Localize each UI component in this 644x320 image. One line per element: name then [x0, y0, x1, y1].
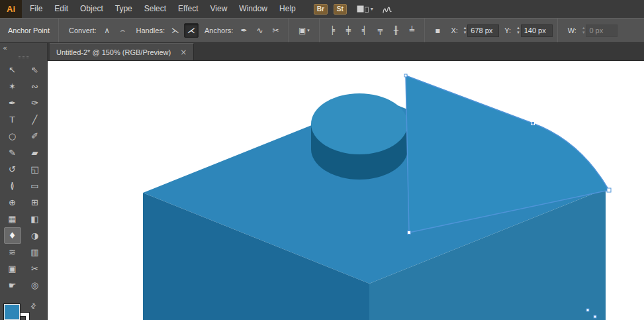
- bridge-button[interactable]: Br: [314, 4, 328, 15]
- pencil-tool[interactable]: ✎: [4, 144, 21, 161]
- handles-label: Handles:: [136, 27, 165, 34]
- cylinder-top[interactable]: [311, 93, 408, 154]
- x-stepper[interactable]: ▴ ▾: [464, 26, 467, 35]
- ellipse-tool[interactable]: ○: [4, 128, 21, 144]
- convert-label: Convert:: [69, 27, 97, 34]
- eraser-tool[interactable]: ▰: [26, 144, 44, 161]
- anchor-point[interactable]: [531, 122, 535, 125]
- zoom-tool[interactable]: ◎: [26, 277, 44, 293]
- fill-stroke-swatches: ⇄: [3, 301, 45, 320]
- document-tab-bar: Untitled-2* @ 150% (RGB/Preview) ×: [48, 43, 644, 61]
- close-icon[interactable]: ×: [180, 48, 187, 57]
- hide-handles-icon[interactable]: ⋌: [184, 23, 199, 38]
- slice-tool[interactable]: ✂: [26, 260, 44, 277]
- menu-type[interactable]: Type: [109, 0, 138, 18]
- menu-select[interactable]: Select: [138, 0, 172, 18]
- anchor-point[interactable]: [607, 188, 611, 192]
- touch-workspace-button[interactable]: [382, 4, 392, 15]
- stock-button[interactable]: St: [334, 4, 347, 15]
- touch-gesture-icon: [382, 4, 392, 15]
- vertical-align-top-icon[interactable]: ╤: [373, 23, 387, 38]
- isolate-selected-object-button[interactable]: ▣ ▾: [294, 23, 314, 38]
- scale-tool[interactable]: ◱: [26, 161, 44, 178]
- swap-fill-stroke-icon[interactable]: ⇄: [28, 301, 38, 311]
- show-handles-icon[interactable]: ⋋: [168, 23, 183, 38]
- shape-builder-tool[interactable]: ⊕: [4, 194, 21, 211]
- horizontal-align-right-icon[interactable]: ╡: [357, 23, 371, 38]
- spinner-down-icon: ▾: [517, 30, 520, 35]
- column-graph-tool[interactable]: ▥: [26, 244, 44, 260]
- pen-tool[interactable]: ✒: [4, 95, 21, 111]
- line-segment-tool[interactable]: ╱: [26, 111, 44, 128]
- separator: [288, 19, 289, 42]
- horizontal-align-left-icon[interactable]: ╞: [325, 23, 340, 38]
- tools-panel-header: «: [0, 43, 47, 54]
- menu-effect[interactable]: Effect: [172, 0, 204, 18]
- menu-window[interactable]: Window: [233, 0, 273, 18]
- w-value-input: [586, 25, 618, 37]
- workspace-switcher-button[interactable]: ▾: [357, 5, 373, 13]
- curvature-tool[interactable]: ✑: [26, 95, 44, 111]
- tools-panel: « ↖⇖✶∾✒✑T╱○✐✎▰↺◱≬▭⊕⊞▦◧♦◑≋▥▣✂☛◎ ⇄: [0, 43, 48, 320]
- menu-view[interactable]: View: [205, 0, 234, 18]
- connect-selected-endpoints-icon[interactable]: ∿: [252, 23, 267, 38]
- artboard-canvas[interactable]: [48, 61, 644, 320]
- horizontal-align-center-icon[interactable]: ╪: [341, 23, 355, 38]
- cut-path-at-anchors-icon[interactable]: ✂: [268, 23, 283, 38]
- blend-tool[interactable]: ◑: [26, 227, 44, 244]
- selection-tool[interactable]: ↖: [4, 62, 21, 78]
- menu-object[interactable]: Object: [74, 0, 109, 18]
- menu-edit[interactable]: Edit: [48, 0, 74, 18]
- spinner-down-icon: ▾: [582, 30, 585, 35]
- anchors-label: Anchors:: [205, 27, 233, 34]
- separator: [319, 19, 320, 42]
- perspective-grid-tool[interactable]: ⊞: [26, 194, 44, 211]
- fill-swatch[interactable]: [4, 304, 20, 320]
- symbol-sprayer-tool[interactable]: ≋: [4, 244, 21, 260]
- lasso-tool[interactable]: ∾: [26, 78, 44, 95]
- mesh-tool[interactable]: ▦: [4, 211, 21, 227]
- vertical-align-center-icon[interactable]: ╫: [389, 23, 403, 38]
- control-bar: Anchor Point Convert: ∧⌢ Handles: ⋋⋌ Anc…: [0, 18, 644, 43]
- x-value-input[interactable]: [467, 25, 499, 37]
- document-tab-title: Untitled-2* @ 150% (RGB/Preview): [56, 48, 171, 56]
- anchor-point[interactable]: [594, 315, 596, 318]
- separator: [58, 19, 59, 42]
- panel-title: Anchor Point: [8, 27, 50, 34]
- illustrator-logo[interactable]: Ai: [0, 0, 22, 18]
- anchor-point[interactable]: [586, 309, 589, 311]
- document-tab[interactable]: Untitled-2* @ 150% (RGB/Preview) ×: [50, 43, 194, 60]
- paintbrush-tool[interactable]: ✐: [26, 128, 44, 144]
- convert-icons: ∧⌢: [99, 23, 131, 38]
- free-transform-tool[interactable]: ▭: [26, 178, 44, 194]
- y-stepper[interactable]: ▴ ▾: [517, 26, 520, 35]
- convert-to-corner-icon[interactable]: ∧: [100, 23, 115, 38]
- anchor-point[interactable]: [408, 231, 411, 235]
- artboard-tool[interactable]: ▣: [4, 260, 21, 277]
- gradient-tool[interactable]: ◧: [26, 211, 44, 227]
- type-tool[interactable]: T: [4, 111, 21, 128]
- tools-grid: ↖⇖✶∾✒✑T╱○✐✎▰↺◱≬▭⊕⊞▦◧♦◑≋▥▣✂☛◎: [0, 62, 47, 293]
- app-buttons: BrSt: [314, 4, 347, 15]
- w-label: W:: [568, 27, 576, 34]
- eyedropper-tool[interactable]: ♦: [4, 227, 21, 244]
- convert-to-smooth-icon[interactable]: ⌢: [116, 23, 130, 38]
- anchor-point[interactable]: [404, 74, 407, 77]
- artwork: [48, 61, 644, 320]
- separator: [557, 19, 558, 42]
- rotate-tool[interactable]: ↺: [4, 161, 21, 178]
- reference-point-icon: ▪: [430, 23, 445, 38]
- panel-grip[interactable]: [0, 54, 47, 60]
- collapse-panel-button[interactable]: «: [0, 44, 7, 52]
- direct-selection-tool[interactable]: ⇖: [26, 62, 44, 78]
- width-tool[interactable]: ≬: [4, 178, 21, 194]
- vertical-align-bottom-icon[interactable]: ╧: [404, 23, 419, 38]
- menu-file[interactable]: File: [24, 0, 48, 18]
- remove-selected-anchors-icon[interactable]: ✒: [236, 23, 251, 38]
- handles-icons: ⋋⋌: [167, 23, 199, 38]
- menu-help[interactable]: Help: [273, 0, 302, 18]
- y-value-input[interactable]: [521, 25, 553, 37]
- magic-wand-tool[interactable]: ✶: [4, 78, 21, 95]
- anchors-icons: ✒∿✂: [236, 23, 283, 38]
- hand-tool[interactable]: ☛: [4, 277, 21, 293]
